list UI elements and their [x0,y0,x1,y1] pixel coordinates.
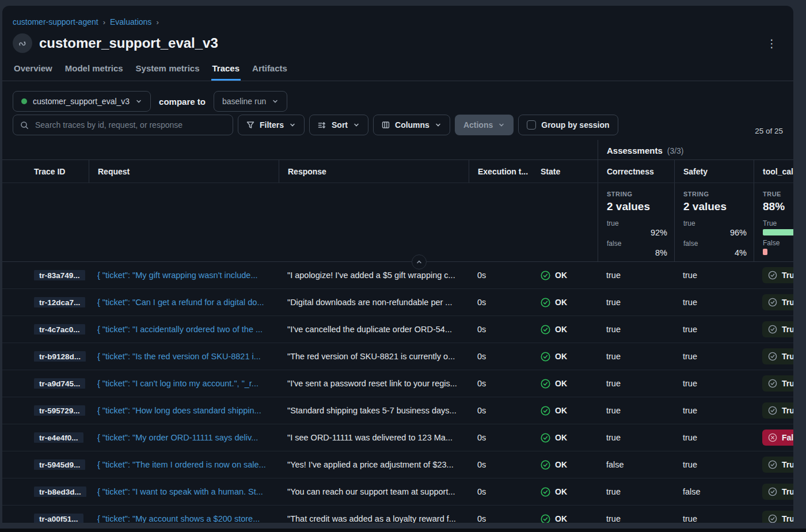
assessments-count: (3/3) [667,146,684,155]
request-cell[interactable]: { "ticket": "Can I get a refund for a di… [89,298,279,307]
correctness-type-label: STRING [607,191,667,197]
badge-label: True [782,379,793,388]
table-row[interactable]: tr-5945d9... { "ticket": "The item I ord… [2,451,793,478]
filters-label: Filters [260,120,284,130]
table-row[interactable]: tr-b8ed3d... { "ticket": "I want to spea… [2,478,793,506]
request-cell[interactable]: { "ticket": "I accidentally ordered two … [89,325,279,334]
trace-id-badge[interactable]: tr-12dca7... [34,297,85,307]
table-row[interactable]: tr-12dca7... { "ticket": "Can I get a re… [2,289,793,316]
false-distribution-bar [763,249,767,255]
search-input[interactable] [34,120,226,130]
tab-artifacts[interactable]: Artifacts [251,62,288,81]
tool-call-cell: True [754,402,793,419]
tool-call-badge[interactable]: True [762,375,793,392]
column-header-execution-time[interactable]: Execution t... [469,160,532,183]
correctness-cell: true [598,271,674,280]
collapse-summary-button[interactable] [412,254,427,269]
tool-call-cell: True [754,321,793,337]
filters-button[interactable]: Filters [238,115,305,135]
group-by-session-toggle[interactable]: Group by session [518,115,618,135]
column-header-tool-call[interactable]: tool_call [754,160,793,183]
tool-call-badge[interactable]: True [762,402,793,419]
baseline-run-selector[interactable]: baseline run [214,91,287,112]
tool-call-badge[interactable]: True [762,321,793,337]
tab-system-metrics[interactable]: System metrics [135,62,201,81]
badge-label: True [782,271,793,280]
breadcrumb-separator: › [103,18,105,26]
tool-call-badge[interactable]: False [762,430,793,446]
state-cell: OK [532,460,598,470]
chevron-down-icon [289,121,296,128]
tool-call-badge[interactable]: True [762,457,793,473]
more-options-icon[interactable]: ⋮ [763,36,781,51]
badge-label: True [782,325,793,334]
request-cell[interactable]: { "ticket": "My gift wrapping wasn't inc… [89,271,279,280]
table-row[interactable]: tr-4c7ac0... { "ticket": "I accidentally… [2,316,793,343]
table-row[interactable]: tr-83a749... { "ticket": "My gift wrappi… [2,262,793,289]
result-count: 25 of 25 [755,127,783,135]
badge-status-icon [768,460,777,469]
trace-id-badge[interactable]: tr-4c7ac0... [34,324,85,335]
request-cell[interactable]: { "ticket": "I can't log into my account… [89,379,279,388]
breadcrumb-evaluations-link[interactable]: Evaluations [110,17,151,26]
run-selector[interactable]: customer_support_eval_v3 [13,91,151,112]
trace-id-badge[interactable]: tr-a9d745... [34,378,85,389]
execution-time-cell: 0s [469,487,532,496]
trace-id-badge[interactable]: tr-e4e4f0... [34,432,83,443]
ok-check-icon [541,325,550,335]
sort-button[interactable]: Sort [309,115,368,135]
trace-rows: tr-83a749... { "ticket": "My gift wrappi… [2,262,793,523]
trace-id-cell: tr-a00f51... [25,514,89,523]
column-header-safety[interactable]: Safety [674,160,754,183]
horizontal-scrollbar-track[interactable] [0,529,806,532]
table-row[interactable]: tr-595729... { "ticket": "How long does … [2,397,793,424]
tool-call-badge[interactable]: True [762,294,793,310]
breadcrumb-project-link[interactable]: customer-support-agent [13,17,98,26]
filter-funnel-icon [246,121,254,129]
trace-id-badge[interactable]: tr-5945d9... [34,459,85,470]
column-header-response[interactable]: Response [279,160,469,183]
request-cell[interactable]: { "ticket": "My account shows a $200 sto… [89,514,279,523]
tool-call-badge[interactable]: True [762,267,793,283]
safety-distribution: true 96% false 4% [683,219,747,257]
tool-call-badge[interactable]: True [762,348,793,364]
request-cell[interactable]: { "ticket": "The item I ordered is now o… [89,460,279,469]
trace-id-badge[interactable]: tr-595729... [34,405,85,416]
state-cell: OK [532,352,598,362]
tab-overview[interactable]: Overview [13,62,54,81]
table-row[interactable]: tr-a9d745... { "ticket": "I can't log in… [2,370,793,397]
trace-id-badge[interactable]: tr-83a749... [34,270,85,280]
state-cell: OK [532,325,598,335]
execution-time-cell: 0s [469,271,532,280]
table-row[interactable]: tr-a00f51... { "ticket": "My account sho… [2,506,793,523]
request-cell[interactable]: { "ticket": "Is the red version of SKU-8… [89,352,279,361]
column-header-request[interactable]: Request [89,160,279,183]
table-row[interactable]: tr-e4e4f0... { "ticket": "My order ORD-1… [2,424,793,451]
column-header-trace-id[interactable]: Trace ID [25,160,89,183]
trace-id-badge[interactable]: tr-b8ed3d... [34,487,86,497]
columns-button[interactable]: Columns [373,115,450,135]
trace-id-badge[interactable]: tr-b9128d... [34,351,86,362]
badge-label: True [782,460,793,469]
dist-label: true [683,219,747,227]
column-header-correctness[interactable]: Correctness [598,160,674,183]
trace-id-badge[interactable]: tr-a00f51... [34,514,83,523]
table-row[interactable]: tr-b9128d... { "ticket": "Is the red ver… [2,343,793,370]
assessments-group-row: Assessments (3/3) [2,140,793,159]
request-cell[interactable]: { "ticket": "My order ORD-11111 says del… [89,433,279,442]
actions-button[interactable]: Actions [455,115,514,135]
column-header-state[interactable]: State [532,160,598,183]
tool-call-cell: True [754,457,793,473]
tab-traces[interactable]: Traces [211,62,241,81]
dist-label: True [763,219,793,227]
tool-call-badge[interactable]: True [762,484,793,500]
badge-status-icon [768,406,777,415]
state-cell: OK [532,406,598,416]
tab-model-metrics[interactable]: Model metrics [64,62,124,81]
response-cell: "That credit was added as a loyalty rewa… [279,514,469,523]
request-cell[interactable]: { "ticket": "How long does standard ship… [89,406,279,415]
group-by-session-checkbox[interactable] [527,120,536,130]
request-cell[interactable]: { "ticket": "I want to speak with a huma… [89,487,279,496]
tool-call-badge[interactable]: True [762,511,793,523]
search-box[interactable] [13,115,233,135]
